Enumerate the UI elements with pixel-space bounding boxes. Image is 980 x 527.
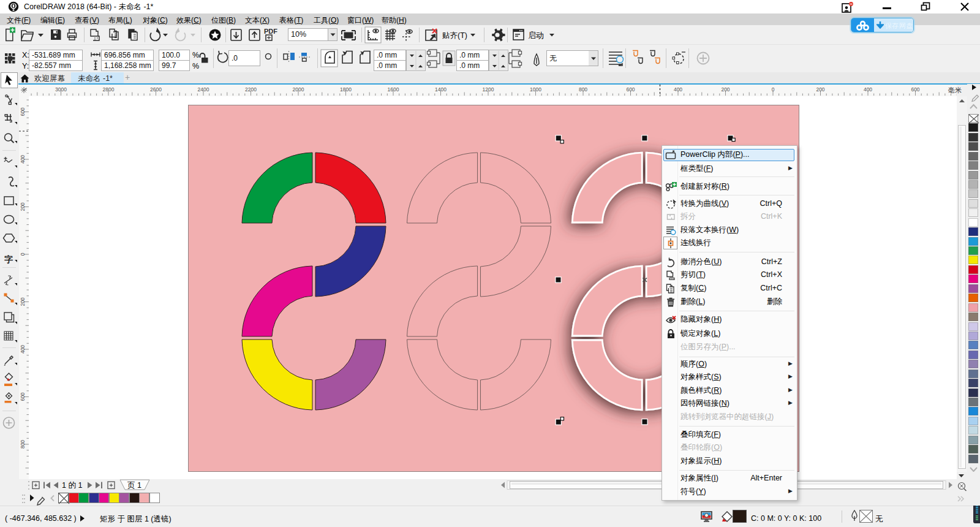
svg-text:3000: 3000 <box>55 86 67 93</box>
svg-text:字: 字 <box>4 254 13 264</box>
svg-text:800: 800 <box>579 86 587 93</box>
svg-text:400: 400 <box>864 86 872 93</box>
svg-text:Y:: Y: <box>22 62 29 70</box>
svg-text:600: 600 <box>20 107 26 116</box>
svg-text:600: 600 <box>911 86 919 93</box>
svg-text:600: 600 <box>626 86 635 93</box>
svg-text:页 1: 页 1 <box>127 481 141 490</box>
svg-text:1000: 1000 <box>530 86 541 93</box>
svg-text:800: 800 <box>20 440 26 449</box>
svg-text:400: 400 <box>20 155 26 164</box>
svg-text:PDF: PDF <box>264 28 277 35</box>
svg-text:200: 200 <box>816 86 824 93</box>
svg-text:1200: 1200 <box>483 86 494 93</box>
svg-text:200: 200 <box>20 202 26 211</box>
svg-text:启动: 启动 <box>528 31 544 40</box>
svg-text:2600: 2600 <box>150 86 162 93</box>
svg-text:2800: 2800 <box>103 86 115 93</box>
svg-text:400: 400 <box>674 86 682 93</box>
svg-text:1 的 1: 1 的 1 <box>62 481 82 490</box>
svg-text:200: 200 <box>721 86 729 93</box>
svg-text:2400: 2400 <box>198 86 209 93</box>
svg-text:200: 200 <box>20 297 26 306</box>
svg-text:600: 600 <box>20 392 26 401</box>
svg-text:0: 0 <box>772 86 775 93</box>
svg-text:1400: 1400 <box>435 86 447 93</box>
svg-text:1800: 1800 <box>340 86 352 93</box>
svg-text:2200: 2200 <box>245 86 257 93</box>
svg-text:%: % <box>192 51 199 59</box>
svg-text:2000: 2000 <box>293 86 304 93</box>
svg-text:400: 400 <box>20 345 26 354</box>
svg-text:贴齐(T): 贴齐(T) <box>442 31 467 40</box>
svg-text:%: % <box>192 62 199 70</box>
svg-text:0: 0 <box>20 252 26 256</box>
svg-text:1600: 1600 <box>388 86 399 93</box>
